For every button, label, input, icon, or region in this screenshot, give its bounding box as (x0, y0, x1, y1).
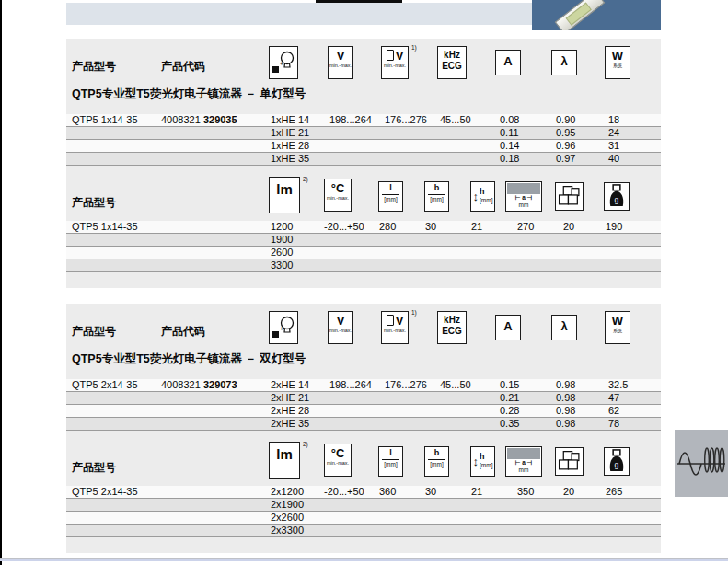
wattage-icon: W 系统 (605, 311, 630, 344)
frequency-icon: kHzECG (437, 311, 467, 344)
package-icon (555, 447, 584, 476)
cell-lamp-type: 1xHE 35 (271, 153, 309, 165)
cell-height: 21 (471, 486, 482, 498)
datasheet-page: 产品型号 产品代码 + V min.-max. V min.-max. 1) k… (0, 0, 728, 565)
cell-lamp-type: 2xHE 14 (271, 379, 309, 391)
height-icon: ↕h[mm] (470, 181, 495, 212)
section-title: QTP5专业型T5荧光灯电子镇流器 － 单灯型号 (72, 86, 306, 102)
lamp-icon: + (269, 311, 298, 344)
cell-temp-range: -20...+50 (324, 221, 364, 233)
length-icon: l [mm] (378, 446, 403, 477)
cell-model: QTP5 2x14-35 (72, 486, 138, 498)
cell-frequency: 45...50 (440, 379, 471, 391)
dc-voltage-icon: V min.-max. (381, 311, 409, 344)
table-row: QTP5 1x14-35 4008321 329035 1xHE 14 198.… (66, 114, 661, 127)
table-row: 2x3300 (66, 525, 661, 537)
ballast-image-label (566, 3, 592, 26)
cell-voltage-range: 198...264 (329, 379, 372, 391)
frequency-icon: kHzECG (437, 46, 467, 79)
table-row: 1xHE 21 0.11 0.95 24 (66, 127, 661, 140)
table-row: QTP5 2x14-35 2x1200 -20...+50 360 30 21 … (66, 486, 661, 499)
cell-pack-qty: 20 (563, 221, 574, 233)
cell-wattage: 62 (608, 405, 619, 417)
cell-lamp-type: 1xHE 28 (271, 140, 309, 152)
cell-mount-distance: 270 (517, 221, 534, 233)
cell-wattage: 24 (608, 127, 619, 139)
code-column-header: 产品代码 (161, 59, 205, 75)
table-row: 2xHE 35 0.35 0.98 78 (66, 418, 661, 431)
table-row: 2xHE 21 0.21 0.98 47 (66, 392, 661, 405)
cell-temp-range: -20...+50 (324, 486, 364, 498)
cell-code: 4008321 329035 (161, 114, 237, 126)
width-icon: b [mm] (424, 181, 449, 212)
cell-current: 0.18 (500, 153, 519, 165)
cell-power-factor: 0.98 (556, 405, 575, 417)
lumen-icon: lm (269, 442, 300, 479)
table-row: 2x1900 (66, 499, 661, 512)
footnote-1-marker: 1) (411, 44, 417, 51)
cell-power-factor: 0.98 (556, 379, 575, 391)
cell-width: 30 (425, 486, 436, 498)
cell-model: QTP5 1x14-35 (72, 221, 138, 233)
model-column-header: 产品型号 (72, 195, 116, 211)
cell-current: 0.15 (500, 379, 519, 391)
cell-dc-voltage-range: 176...276 (385, 114, 427, 126)
footnote-1-marker: 1) (411, 309, 417, 316)
code-column-header: 产品代码 (161, 324, 205, 340)
cell-power-factor: 0.98 (556, 392, 575, 404)
table-row: 2600 (66, 247, 661, 259)
product-photo (532, 0, 661, 30)
cell-lumen: 2x3300 (271, 525, 304, 536)
cell-power-factor: 0.97 (556, 153, 575, 165)
cell-current: 0.35 (500, 418, 519, 430)
cell-wattage: 78 (608, 418, 619, 430)
cell-lamp-type: 1xHE 21 (271, 127, 309, 139)
svg-text:g: g (615, 195, 619, 204)
lamp-icon: + (269, 46, 298, 79)
cell-power-factor: 0.95 (556, 127, 575, 139)
cell-current: 0.11 (500, 127, 519, 139)
cell-wattage: 40 (608, 153, 619, 165)
current-icon: A (495, 315, 521, 340)
cell-weight: 190 (606, 221, 622, 233)
cell-height: 21 (471, 221, 482, 233)
cell-lamp-type: 2xHE 35 (271, 418, 309, 430)
table-row: 3300 (66, 259, 661, 272)
cell-power-factor: 0.96 (556, 140, 575, 152)
cell-lumen: 1900 (271, 234, 293, 246)
cell-current: 0.28 (500, 405, 519, 417)
cell-frequency: 45...50 (440, 114, 471, 126)
voltage-icon: V min.-max. (328, 46, 353, 79)
section-title: QTP5专业型T5荧光灯电子镇流器 － 双灯型号 (72, 352, 306, 367)
table-row: 1xHE 28 0.14 0.96 31 (66, 140, 661, 153)
cell-lumen: 2x1200 (271, 486, 304, 498)
cell-current: 0.21 (500, 392, 519, 404)
footer-accent-rule (0, 559, 728, 561)
cell-mount-distance: 350 (517, 486, 534, 498)
mount-distance-icon: a mm (505, 181, 542, 212)
length-icon: l [mm] (378, 181, 403, 212)
cell-current: 0.14 (500, 140, 519, 152)
ballast-image (555, 0, 606, 30)
footnote-2-marker: 2) (303, 176, 308, 182)
package-icon (555, 182, 584, 211)
cell-lumen: 3300 (271, 259, 293, 271)
table-row: QTP5 2x14-35 4008321 329073 2xHE 14 198.… (66, 379, 661, 392)
lumen-icon: lm (269, 177, 300, 213)
dual-lamp-table: 产品型号 产品代码 + V min.-max. V min.-max. 1) k… (66, 304, 661, 553)
cell-voltage-range: 198...264 (329, 114, 372, 126)
sine-coil-icon (675, 430, 728, 497)
cell-dc-voltage-range: 176...276 (385, 379, 427, 391)
cell-wattage: 31 (608, 140, 619, 152)
cell-lumen: 1200 (271, 221, 293, 233)
svg-text:g: g (615, 460, 619, 469)
temperature-icon: °C min.-max. (324, 444, 352, 477)
cell-lamp-type: 2xHE 28 (271, 405, 309, 417)
height-icon: ↕h[mm] (470, 446, 495, 477)
cell-lumen: 2x2600 (271, 512, 304, 524)
table-row: 2xHE 28 0.28 0.98 62 (66, 405, 661, 418)
model-column-header: 产品型号 (72, 59, 116, 75)
cell-lumen: 2x1900 (271, 499, 304, 511)
table-row: 2x2600 (66, 512, 661, 525)
wattage-icon: W 系统 (605, 46, 630, 79)
